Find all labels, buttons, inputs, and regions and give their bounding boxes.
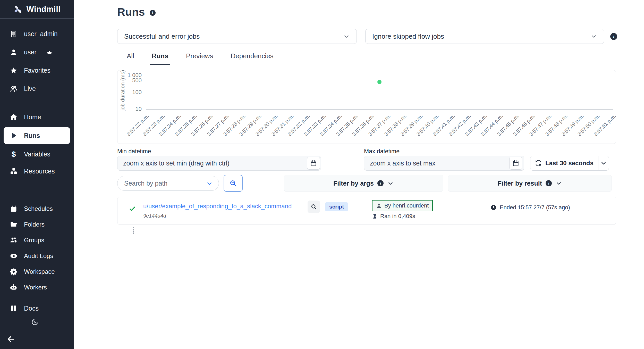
- live-label: Live: [24, 85, 36, 93]
- sidebar-item-folders[interactable]: Folders: [0, 217, 74, 232]
- sidebar-item-workspace-settings[interactable]: Workspace: [0, 264, 74, 279]
- min-datetime-calendar-button[interactable]: [307, 157, 320, 170]
- collapse-sidebar-button[interactable]: [0, 332, 74, 346]
- inspect-run-button[interactable]: [308, 201, 320, 213]
- person-icon: [376, 203, 382, 209]
- theme-toggle[interactable]: [0, 316, 74, 328]
- info-icon: i: [546, 180, 552, 186]
- chevron-down-icon: [590, 33, 597, 40]
- chart-y-tick-label: 500: [122, 77, 142, 84]
- sidebar-item-favorites[interactable]: Favorites: [0, 61, 74, 80]
- folder-icon: [10, 221, 18, 228]
- sidebar-item-docs[interactable]: Docs: [0, 300, 74, 316]
- groups-label: Groups: [24, 237, 44, 244]
- job-kind-badge: script: [325, 202, 348, 211]
- success-check-icon: [129, 205, 136, 212]
- sidebar-item-live[interactable]: Live: [0, 80, 74, 98]
- info-icon: i: [377, 180, 384, 186]
- status-filter-value: Successful and error jobs: [124, 32, 200, 40]
- folders-label: Folders: [24, 221, 45, 228]
- workspace-name-label: user_admin: [24, 30, 58, 38]
- search-icon: [229, 179, 237, 187]
- job-duration-chart[interactable]: job duration (ms) 1 000500100103:57:22 p…: [117, 70, 616, 144]
- chart-y-tick-label: 10: [122, 106, 142, 112]
- sidebar-item-workers[interactable]: Workers: [0, 279, 74, 295]
- windmill-pinwheel-icon: [13, 4, 23, 14]
- filter-by-result-button[interactable]: Filter by result i: [448, 175, 612, 192]
- tab-bar: All Runs Previews Dependencies: [125, 51, 275, 65]
- book-icon: [10, 304, 18, 312]
- run-id: 9e144a4d: [143, 213, 166, 219]
- sidebar-item-user[interactable]: user: [0, 43, 74, 61]
- min-datetime-label: Min datetime: [117, 148, 151, 155]
- runs-label: Runs: [24, 132, 40, 139]
- eye-icon: [10, 252, 18, 260]
- tab-all[interactable]: All: [125, 51, 136, 65]
- robot-icon: [10, 284, 18, 291]
- max-datetime-field: [364, 156, 524, 171]
- flow-filter-select[interactable]: Ignore skipped flow jobs: [365, 29, 604, 44]
- sidebar-item-schedules[interactable]: Schedules: [0, 201, 74, 217]
- search-button[interactable]: [224, 175, 243, 192]
- user-group-icon: [10, 236, 18, 244]
- moon-icon: [31, 318, 39, 326]
- time-range-main[interactable]: Last 30 seconds: [530, 156, 598, 170]
- main-content: Runs i Successful and error jobs Ignore …: [74, 0, 644, 349]
- sidebar: Windmill user_admin user: [0, 0, 74, 349]
- sidebar-item-runs-active[interactable]: Runs: [4, 127, 70, 144]
- run-duration: Ran in 0,409s: [372, 213, 415, 220]
- user-icon: [10, 48, 18, 56]
- filter-by-args-button[interactable]: Filter by args i: [284, 175, 443, 192]
- time-range-label: Last 30 seconds: [545, 160, 594, 167]
- min-datetime-input[interactable]: [117, 156, 321, 171]
- hourglass-icon: [372, 213, 378, 219]
- arrow-left-icon: [7, 335, 15, 344]
- sidebar-footer: Docs: [0, 300, 74, 349]
- sidebar-item-home[interactable]: Home: [0, 109, 74, 126]
- chart-data-point[interactable]: [377, 80, 382, 84]
- status-filter-select[interactable]: Successful and error jobs: [117, 29, 357, 44]
- user-name-label: user: [24, 48, 37, 56]
- sidebar-item-groups[interactable]: Groups: [0, 232, 74, 248]
- magnifier-icon: [310, 203, 317, 210]
- chart-x-axis-line: [146, 109, 613, 110]
- max-datetime-label: Max datetime: [364, 148, 400, 155]
- chevron-down-icon: [343, 33, 350, 40]
- search-by-path-input[interactable]: [117, 176, 219, 191]
- tab-runs[interactable]: Runs: [150, 51, 170, 65]
- page-title-text: Runs: [117, 6, 145, 18]
- tab-previews[interactable]: Previews: [184, 51, 215, 65]
- tab-dependencies[interactable]: Dependencies: [229, 51, 275, 65]
- favorites-label: Favorites: [24, 67, 50, 74]
- triggered-by-badge: By henri.courdent: [372, 200, 433, 211]
- chart-y-tick-label: 100: [122, 89, 142, 96]
- time-range-button[interactable]: Last 30 seconds: [530, 156, 609, 171]
- search-by-path-field: [117, 176, 219, 191]
- time-range-dropdown[interactable]: [598, 156, 609, 170]
- workers-label: Workers: [24, 284, 47, 291]
- play-icon: [10, 132, 18, 139]
- run-duration-label: Ran in 0,409s: [380, 213, 415, 220]
- schedules-label: Schedules: [24, 205, 53, 212]
- sidebar-item-variables[interactable]: $ Variables: [0, 146, 74, 163]
- docs-label: Docs: [24, 305, 39, 312]
- max-datetime-calendar-button[interactable]: [509, 157, 522, 170]
- users-icon: [10, 85, 18, 93]
- run-ended-label: Ended 15:57 27/7 (57s ago): [500, 204, 570, 211]
- runs-list: u/user/example_of_responding_to_a_slack_…: [117, 197, 616, 225]
- run-ended: Ended 15:57 27/7 (57s ago): [490, 204, 570, 211]
- sidebar-item-workspace-name[interactable]: user_admin: [0, 25, 74, 43]
- filter-result-label: Filter by result: [498, 180, 542, 187]
- chevron-down-icon: [387, 180, 394, 187]
- sidebar-nav-section: Home Runs $ Variables Resources: [0, 102, 74, 180]
- gear-icon: [10, 268, 18, 276]
- sidebar-item-audit-logs[interactable]: Audit Logs: [0, 248, 74, 264]
- sidebar-item-resources[interactable]: Resources: [0, 163, 74, 180]
- chevron-down-icon: [555, 180, 562, 187]
- run-path-link[interactable]: u/user/example_of_responding_to_a_slack_…: [143, 203, 292, 210]
- workspace-settings-label: Workspace: [24, 268, 55, 275]
- windmill-logo[interactable]: Windmill: [0, 0, 74, 19]
- windmill-logo-text: Windmill: [27, 5, 61, 14]
- max-datetime-input[interactable]: [364, 156, 524, 171]
- crown-icon: [46, 50, 53, 55]
